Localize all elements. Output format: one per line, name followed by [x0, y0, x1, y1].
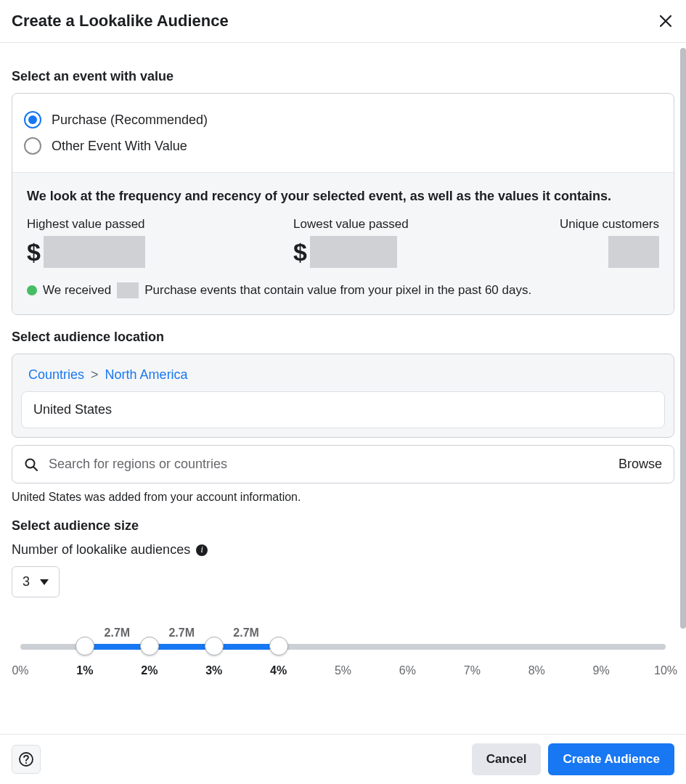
num-audiences-row: Number of lookalike audiences i: [12, 542, 674, 558]
slider-tick-label: 3%: [205, 664, 222, 677]
dialog-title: Create a Lookalike Audience: [12, 12, 229, 30]
status-dot-icon: [27, 285, 37, 295]
radio-other-event[interactable]: Other Event With Value: [24, 133, 662, 159]
highest-value-redacted: [44, 236, 145, 268]
location-search-row: Browse: [12, 445, 674, 483]
slider-tick-label: 1%: [76, 664, 93, 677]
slider-handle[interactable]: [269, 637, 288, 656]
chevron-down-icon: [40, 579, 49, 585]
events-received-line: We received Purchase events that contain…: [27, 282, 659, 298]
close-icon: [658, 14, 673, 28]
slider-tick-label: 8%: [528, 664, 545, 677]
scrollbar[interactable]: [680, 48, 686, 629]
slider-tick-label: 9%: [593, 664, 610, 677]
segment-size-label: 2.7M: [233, 626, 259, 640]
events-prefix: We received: [43, 283, 111, 298]
segment-size-label: 2.7M: [168, 626, 195, 640]
location-card: Countries > North America United States: [12, 354, 674, 438]
segment-size-label: 2.7M: [105, 626, 131, 640]
size-section-heading: Select audience size: [12, 518, 674, 534]
cancel-button[interactable]: Cancel: [472, 743, 542, 744]
info-icon[interactable]: i: [196, 544, 208, 556]
close-button[interactable]: [657, 12, 674, 30]
highest-value-label: Highest value passed: [27, 217, 250, 232]
slider-tick-label: 4%: [270, 664, 287, 677]
location-breadcrumb: Countries > North America: [21, 363, 665, 391]
unique-customers-label: Unique customers: [560, 217, 659, 232]
svg-point-0: [26, 459, 35, 467]
event-card: Purchase (Recommended) Other Event With …: [12, 93, 674, 315]
slider-segment-labels: 2.7M2.7M2.7M: [20, 626, 666, 644]
radio-label: Other Event With Value: [52, 139, 187, 154]
slider-fill: [85, 644, 279, 650]
lowest-value-redacted: [310, 236, 397, 268]
audience-size-slider: 2.7M2.7M2.7M 0%1%2%3%4%5%6%7%8%9%10%: [12, 626, 674, 679]
radio-purchase[interactable]: Purchase (Recommended): [24, 107, 662, 133]
browse-button[interactable]: Browse: [618, 457, 662, 472]
slider-tick-label: 5%: [335, 664, 351, 677]
create-audience-button[interactable]: Create Audience: [548, 743, 674, 744]
location-search-input[interactable]: [47, 456, 610, 473]
slider-handle[interactable]: [140, 637, 159, 656]
event-section-heading: Select an event with value: [12, 69, 674, 84]
search-icon: [24, 457, 38, 472]
location-section-heading: Select audience location: [12, 330, 674, 345]
currency-symbol: $: [293, 238, 307, 266]
radio-icon: [24, 111, 41, 128]
breadcrumb-north-america[interactable]: North America: [105, 367, 188, 382]
dialog-header: Create a Lookalike Audience: [0, 0, 686, 43]
events-suffix: Purchase events that contain value from …: [144, 283, 531, 298]
slider-tick-label: 7%: [464, 664, 481, 677]
stats-lead-text: We look at the frequency and recency of …: [27, 189, 659, 204]
location-note: United States was added from your accoun…: [12, 491, 674, 504]
slider-tick-label: 6%: [399, 664, 416, 677]
slider-handle[interactable]: [205, 637, 224, 656]
slider-tick-label: 10%: [654, 664, 677, 677]
num-audiences-label: Number of lookalike audiences: [12, 542, 190, 558]
unique-customers-redacted: [608, 236, 659, 268]
currency-symbol: $: [27, 238, 41, 266]
selected-country-chip[interactable]: United States: [21, 391, 665, 428]
slider-track[interactable]: [20, 644, 666, 650]
slider-ticks: 0%1%2%3%4%5%6%7%8%9%10%: [20, 664, 666, 679]
slider-tick-label: 2%: [141, 664, 158, 677]
events-count-redacted: [117, 282, 139, 298]
breadcrumb-countries[interactable]: Countries: [28, 367, 84, 382]
dialog-footer: Cancel Create Audience: [0, 734, 686, 744]
lowest-value-label: Lowest value passed: [293, 217, 516, 232]
num-audiences-value: 3: [23, 574, 30, 589]
stats-block: We look at the frequency and recency of …: [12, 172, 674, 314]
radio-icon: [24, 137, 41, 155]
slider-handle[interactable]: [75, 637, 94, 656]
num-audiences-select[interactable]: 3: [12, 566, 60, 597]
breadcrumb-separator: >: [91, 367, 99, 382]
radio-label: Purchase (Recommended): [52, 113, 208, 128]
slider-tick-label: 0%: [12, 664, 28, 677]
